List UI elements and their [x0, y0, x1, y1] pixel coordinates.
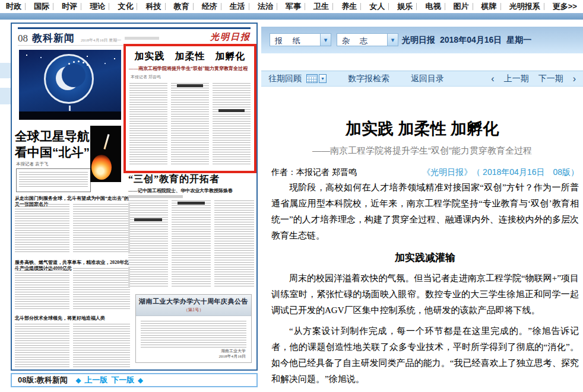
nav-item-nvren[interactable]: 女人 — [360, 1, 385, 12]
issue-date: 2018年04月16日 — [440, 35, 502, 44]
editor-text-sim — [125, 37, 159, 40]
notice-body-sim — [141, 321, 246, 349]
highlight-article-byline: 本报记者 郑晋鸣 — [131, 74, 254, 80]
stars-decor — [26, 55, 27, 56]
text-column-sim — [129, 83, 167, 165]
notice-title: 湖南工业大学办学六十周年庆典公告 — [136, 297, 251, 306]
section-title: 教科新闻 — [32, 31, 75, 45]
article-author: 作者：本报记者 郑晋鸣 — [271, 167, 357, 178]
article-paragraph: 周末的校园洋溢着欢快的气氛。但当记者走进南京工程学院“物联网+”项目训练室时，紧… — [271, 270, 579, 318]
text-column-sim — [172, 200, 211, 288]
nav-item-yangsheng[interactable]: 养生 — [332, 1, 357, 12]
nav-item-keji[interactable]: 科技 — [137, 1, 161, 12]
article-title: 加实践 加柔性 加孵化 — [261, 118, 583, 139]
nav-item-lilun[interactable]: 理论 — [81, 1, 105, 12]
highlight-article-subtitle: ——南京工程学院将提升学生“双创”能力贯穿教育全过程 — [129, 66, 251, 72]
text-column-sim — [213, 83, 251, 165]
masthead-rule — [18, 27, 251, 29]
archive-link[interactable]: 往期回顾 — [268, 74, 302, 84]
article-body: 现阶段，高校如何在人才培养领域精准对接国家“双创”方针？作为一所普通省属应用型本… — [271, 180, 579, 392]
masthead-logo: 光明日报 — [210, 31, 251, 43]
sanchuang-byline-sim — [128, 195, 183, 198]
article-source-link[interactable]: 《光明日报》（ 2018年04月16日 08版） — [422, 167, 579, 178]
back-to-contents-link[interactable]: 返回目录 — [411, 74, 444, 84]
issue-weekday: 星期一 — [506, 35, 531, 44]
next-issue-link[interactable]: 下一期 — [538, 74, 563, 84]
nav-item-more[interactable]: 更多>> — [544, 1, 577, 12]
calendar-dropdown-button[interactable]: ▾ — [319, 74, 327, 83]
page-number: 08 — [18, 33, 28, 44]
dropdown-arrow-icon[interactable]: ▾ — [387, 34, 398, 46]
text-column-sim — [15, 268, 69, 310]
sanchuang-article-title: “三创”教育的开拓者 — [128, 173, 220, 186]
audience-silhouette — [19, 111, 121, 120]
text-column-sim — [171, 83, 209, 165]
text-column-sim — [73, 268, 130, 310]
university-notice-box: 湖南工业大学办学六十周年庆典公告 （第1号） 湖南工业大学 2018年4月16日 — [135, 294, 252, 363]
nav-item-jingji[interactable]: 经济 — [193, 1, 217, 12]
magazine-select[interactable]: 杂 志 ▾ — [337, 33, 398, 46]
issue-toolbar: 往期回顾 ▾ 数字报检索 返回目录 ‹ 上一期 下一期 › — [261, 71, 583, 87]
next-page-link[interactable]: 下一版 — [111, 375, 134, 385]
text-column-sim — [214, 200, 254, 288]
issue-date-line: 光明日报2018年04月16日星期一 — [402, 35, 536, 46]
next-issue-arrow-icon[interactable]: › — [573, 74, 576, 84]
prev-page-link[interactable]: 上一版 — [84, 375, 107, 385]
nav-item-tupian[interactable]: 图片 — [445, 1, 469, 12]
nav-item-gmbaoxi[interactable]: 光明报系 — [500, 1, 540, 12]
dropdown-arrow-icon[interactable]: ▾ — [320, 34, 331, 46]
calendar-icon[interactable] — [306, 74, 318, 83]
beidou-subhead-3: 北斗部分技术全球领先，将更好地造福人类 — [15, 315, 117, 321]
nav-item-dianshi[interactable]: 电视 — [416, 1, 441, 12]
editor-note-box — [16, 168, 91, 192]
nav-item-shizheng[interactable]: 时政 — [6, 1, 21, 12]
background-stripe — [0, 63, 11, 78]
nav-divider-bar — [0, 13, 583, 20]
nav-item-qipai[interactable]: 棋牌 — [473, 1, 497, 12]
article-section-heading: 加实践减灌输 — [271, 251, 579, 264]
page-header: 08 教科新闻 2018年4月16日 星期一 — [18, 31, 159, 45]
highlight-article-columns — [129, 83, 251, 165]
issue-banner: 报 纸 ▾ 杂 志 ▾ 光明日报2018年04月16日星期一 — [261, 27, 583, 53]
nav-item-wenhua[interactable]: 文化 — [109, 1, 133, 12]
top-nav: 时政 国际 时评 理论 文化 科技 教育 经济 生活 法治 军事 卫生 养生 女… — [0, 0, 583, 13]
nav-item-shiping[interactable]: 时评 — [53, 1, 77, 12]
notice-signature: 湖南工业大学 2018年4月16日 — [219, 349, 246, 359]
page: 时政 国际 时评 理论 文化 科技 教育 经济 生活 法治 军事 卫生 养生 女… — [0, 0, 583, 392]
article-paragraph: 现阶段，高校如何在人才培养领域精准对接国家“双创”方针？作为一所普通省属应用型本… — [271, 180, 579, 244]
nav-item-junshi[interactable]: 军事 — [277, 1, 301, 12]
highlight-article-title: 加实践 加柔性 加孵化 — [126, 50, 254, 63]
nav-item-shenghuo[interactable]: 生活 — [221, 1, 245, 12]
nav-item-yule[interactable]: 娱乐 — [388, 1, 413, 12]
beidou-stage-photo — [19, 50, 121, 120]
masthead-name: 光明日报 — [402, 35, 435, 44]
nav-item-jiaoyu[interactable]: 教育 — [165, 1, 189, 12]
highlighted-article-box[interactable]: 加实践 加柔性 加孵化 ——南京工程学院将提升学生“双创”能力贯穿教育全过程 本… — [123, 44, 256, 173]
article-subtitle: ——南京工程学院将提升学生“双创”能力贯穿教育全过程 — [261, 145, 583, 157]
rocket-launch-photo — [90, 126, 121, 182]
notice-number: （第1号） — [136, 307, 251, 313]
text-column-sim — [73, 324, 130, 368]
paper-select[interactable]: 报 纸 ▾ — [270, 33, 331, 46]
beidou-headline: 全球卫星导航 看中国“北斗” — [15, 128, 91, 160]
current-page-label: 08版:教科新闻 — [18, 375, 68, 385]
digital-search-link[interactable]: 数字报检索 — [348, 74, 389, 84]
sanchuang-article-subtitle: ——记中国工程院院士、华中农业大学教授陈焕春 — [128, 187, 254, 194]
beidou-byline: 本报记者 袁于飞 — [16, 161, 48, 167]
prev-issue-link[interactable]: 上一期 — [504, 74, 529, 84]
nav-item-weisheng[interactable]: 卫生 — [305, 1, 329, 12]
beidou-logo-icon — [44, 54, 94, 104]
nav-item-guoji[interactable]: 国际 — [25, 1, 49, 12]
prev-issue-arrow-icon[interactable]: ‹ — [491, 74, 494, 84]
newspaper-page-thumbnail[interactable]: 08 教科新闻 2018年4月16日 星期一 光明日报 加实践 加柔性 加孵化 — [11, 23, 258, 371]
text-column-sim — [15, 324, 69, 368]
page-date-line: 2018年4月16日 星期一 — [81, 37, 121, 43]
article-meta-row: 作者：本报记者 郑晋鸣 《光明日报》（ 2018年04月16日 08版） — [271, 167, 579, 178]
text-column-sim — [73, 204, 130, 254]
article-paragraph: “从方案设计到制作完成，每一个环节都是在这里完成的。”徐旭告诉记者，他的课题创造… — [271, 323, 579, 387]
nav-item-fazhi[interactable]: 法治 — [249, 1, 273, 12]
prev-page-diamond-icon: ◆ — [76, 377, 81, 384]
background-stripe — [0, 88, 11, 104]
next-page-diamond-icon: ◆ — [138, 377, 142, 384]
text-column-sim — [128, 200, 168, 288]
